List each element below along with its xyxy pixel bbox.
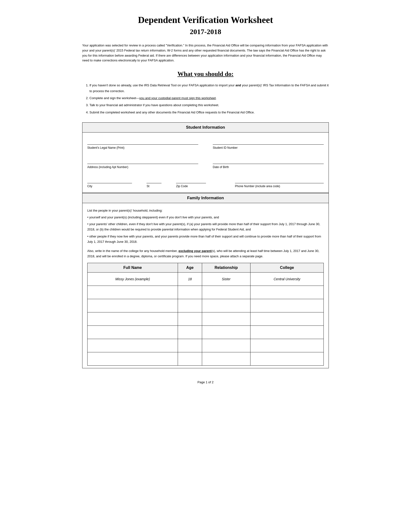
table-row [87,325,324,339]
dob-label: Date of Birth [213,165,324,169]
student-info-section: Student Information Student's Legal Name… [82,122,329,368]
page-number: Page 1 of 2 [82,380,329,384]
row4-college [250,312,324,325]
example-college: Central University [250,272,324,285]
address-dob-row: Address (including Apt Number) Date of B… [87,157,324,174]
row6-age [178,339,202,352]
underline-instruction-2: you and your custodial parent must sign … [139,96,216,100]
row4-relationship [202,312,250,325]
row4-name [87,312,178,325]
row5-college [250,325,324,339]
row2-name [87,285,178,299]
phone-field: Phone Number (include area code) [235,176,324,188]
row6-college [250,339,324,352]
intro-text: Your application was selected for review… [82,43,329,63]
table-row [87,352,324,365]
instruction-3: Talk to your financial aid administrator… [89,102,329,108]
col-college: College [250,263,324,272]
instruction-4: Submit the completed worksheet and any o… [89,110,329,115]
table-row [87,285,324,299]
example-age: 18 [178,272,202,285]
st-line [147,176,161,183]
student-section-header: Student Information [82,122,329,133]
table-row [87,312,324,325]
example-relationship: Sister [202,272,250,285]
family-also-paragraph: Also, write in the name of the college f… [87,248,324,259]
st-label: St [147,184,161,188]
city-phone-row: City St Zip Code Phone Number (include a… [87,176,324,188]
row2-relationship [202,285,250,299]
family-bullet-3: • other people if they now live with you… [87,234,324,245]
dob-line [213,157,324,164]
col-relationship: Relationship [202,263,250,272]
instructions-list: If you haven't done so already, use the … [82,83,329,115]
page-container: Dependent Verification Worksheet 2017-20… [73,0,338,403]
main-title: Dependent Verification Worksheet [82,15,329,25]
legal-name-line [87,137,198,145]
row2-college [250,285,324,299]
table-row [87,299,324,312]
family-info-box: List the people in your parent(s)' house… [82,203,329,368]
row3-age [178,299,202,312]
student-info-box: Student's Legal Name (Print) Student ID … [82,133,329,193]
col-fullname: Full Name [87,263,178,272]
row5-age [178,325,202,339]
year-title: 2017-2018 [82,28,329,36]
table-header-row: Full Name Age Relationship College [87,263,324,272]
row7-college [250,352,324,365]
family-section-header: Family Information [82,193,329,203]
row7-name [87,352,178,365]
name-id-row: Student's Legal Name (Print) Student ID … [87,137,324,154]
family-table: Full Name Age Relationship College Missy… [87,263,324,366]
family-also-text: Also, write in the name of the college f… [87,248,324,259]
family-intro-text: List the people in your parent(s)' house… [87,208,324,245]
table-row [87,339,324,352]
what-to-do-title: What you should do: [82,70,329,78]
address-label: Address (including Apt Number) [87,165,198,169]
bold-and: and [235,83,241,87]
zip-field: Zip Code [176,176,206,188]
row7-relationship [202,352,250,365]
student-id-field: Student ID Number [213,137,324,150]
student-id-line [213,137,324,145]
family-bullet-1: • yourself and your parent(s) (including… [87,215,324,220]
city-line [87,176,132,183]
legal-name-field: Student's Legal Name (Print) [87,137,198,150]
phone-line [235,176,324,183]
row5-relationship [202,325,250,339]
legal-name-label: Student's Legal Name (Print) [87,146,198,150]
row6-relationship [202,339,250,352]
zip-label: Zip Code [176,184,206,188]
phone-label: Phone Number (include area code) [235,184,324,188]
row5-name [87,325,178,339]
city-field: City [87,176,132,188]
st-field: St [147,176,161,188]
address-field: Address (including Apt Number) [87,157,198,169]
row7-age [178,352,202,365]
family-bullet-2: • your parents' other children, even if … [87,221,324,232]
student-id-label: Student ID Number [213,146,324,150]
excluding-parent-text: excluding your parent [178,249,211,253]
table-row-example: Missy Jones (example) 18 Sister Central … [87,272,324,285]
row6-name [87,339,178,352]
row3-name [87,299,178,312]
zip-line [176,176,206,183]
instruction-2: Complete and sign the worksheet—you and … [89,95,329,101]
col-age: Age [178,263,202,272]
example-name: Missy Jones (example) [87,272,178,285]
row4-age [178,312,202,325]
instruction-1: If you haven't done so already, use the … [89,83,329,94]
row3-relationship [202,299,250,312]
row3-college [250,299,324,312]
family-intro: List the people in your parent(s)' house… [87,208,324,213]
address-line [87,157,198,164]
dob-field: Date of Birth [213,157,324,169]
row2-age [178,285,202,299]
city-st-zip-group: City St Zip Code [87,176,221,188]
city-label: City [87,184,132,188]
